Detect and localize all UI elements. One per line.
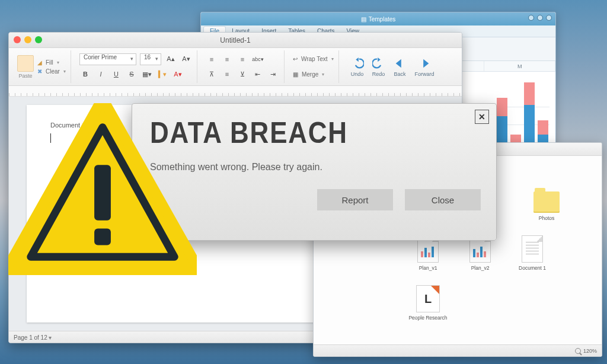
file-item-folder[interactable]: Photos: [527, 191, 566, 221]
font-size-select[interactable]: 16: [140, 53, 161, 65]
align-right-icon[interactable]: ≡: [237, 53, 248, 65]
close-button[interactable]: Close: [405, 189, 481, 210]
ribbon-group-clipboard: Paste ◢Fill▾ ✖Clear▾: [12, 50, 71, 83]
close-button[interactable]: [14, 36, 21, 43]
font-color-button[interactable]: A▾: [172, 68, 184, 80]
align-left-icon[interactable]: ≡: [206, 53, 218, 65]
undo-button[interactable]: Undo: [347, 57, 368, 77]
clear-label[interactable]: Clear: [46, 68, 60, 75]
abc-button[interactable]: abc▾: [252, 53, 264, 65]
zoom-level[interactable]: 120%: [583, 348, 597, 354]
col-header[interactable]: M: [484, 61, 555, 71]
l-doc-icon: L: [416, 285, 440, 312]
close-button[interactable]: [546, 15, 552, 21]
grow-font-icon[interactable]: A▴: [165, 53, 177, 65]
file-label: Photos: [539, 215, 554, 221]
shrink-font-icon[interactable]: A▾: [180, 53, 192, 65]
highlight-button[interactable]: ▍▾: [156, 68, 168, 80]
file-label: People Research: [408, 315, 447, 321]
alert-message: Something went wrong. Please try again.: [150, 162, 481, 173]
valign-bot-icon[interactable]: ⊻: [237, 68, 248, 80]
font-name-select[interactable]: Corier Prime: [79, 53, 136, 65]
back-button[interactable]: Back: [390, 57, 410, 77]
paste-label: Paste: [18, 73, 32, 79]
indent-out-icon[interactable]: ⇤: [252, 68, 264, 80]
text-cursor: [50, 133, 51, 143]
clear-icon[interactable]: ✖: [37, 68, 42, 75]
spreadsheet-title: Templates: [369, 16, 396, 23]
maximize-button[interactable]: [537, 15, 543, 21]
alert-title: DATA BREACH: [150, 116, 441, 150]
ribbon-group-paragraph: ≡ ≡ ≡ abc▾ ⊼ ≡ ⊻ ⇤ ⇥: [201, 50, 285, 83]
indent-in-icon[interactable]: ⇥: [267, 68, 279, 80]
template-icon: ▤: [361, 16, 366, 23]
text-doc-icon: [522, 235, 543, 263]
file-item-text[interactable]: Document 1: [513, 235, 552, 271]
redo-button[interactable]: Redo: [369, 57, 389, 77]
ruler[interactable]: [9, 86, 462, 97]
report-button[interactable]: Report: [317, 189, 393, 210]
border-button[interactable]: ▦▾: [141, 68, 153, 80]
strike-button[interactable]: S: [126, 68, 138, 80]
zoom-icon[interactable]: [575, 348, 581, 354]
page-indicator[interactable]: Page 1 of 12: [14, 334, 52, 341]
align-center-icon[interactable]: ≡: [221, 53, 233, 65]
valign-mid-icon[interactable]: ≡: [221, 68, 233, 80]
wrap-icon[interactable]: ↩: [293, 56, 298, 62]
file-label: Plan_v2: [471, 265, 490, 271]
ribbon-group-wrap: ↩Wrap Text▾ ▦Merge▾: [288, 50, 339, 83]
file-label: Plan_v1: [419, 265, 437, 271]
close-icon[interactable]: ✕: [475, 110, 489, 124]
ribbon-group-nav: Undo Redo Back Forward: [343, 50, 443, 83]
fill-label[interactable]: Fill: [46, 59, 53, 66]
file-browser-statusbar: 120%: [314, 344, 602, 356]
zoom-button[interactable]: [35, 36, 42, 43]
document-titlebar[interactable]: Untitled-1: [9, 33, 462, 48]
fill-icon[interactable]: ◢: [37, 59, 42, 66]
merge-label[interactable]: Merge: [302, 71, 318, 78]
file-item-research[interactable]: L People Research: [408, 285, 448, 321]
wrap-label[interactable]: Wrap Text: [301, 56, 328, 62]
underline-button[interactable]: U: [110, 68, 122, 80]
bold-button[interactable]: B: [79, 68, 91, 80]
forward-button[interactable]: Forward: [411, 57, 438, 77]
alert-dialog: ✕ DATA BREACH Something went wrong. Plea…: [132, 103, 497, 241]
document-title: Untitled-1: [220, 36, 250, 44]
file-label: Document 1: [519, 265, 546, 271]
merge-icon[interactable]: ▦: [293, 71, 298, 78]
folder-icon: [533, 191, 560, 213]
minimize-button[interactable]: [24, 36, 31, 43]
file-item-chart[interactable]: Plan_v2: [461, 235, 500, 271]
italic-button[interactable]: I: [95, 68, 107, 80]
ribbon: Paste ◢Fill▾ ✖Clear▾ Corier Prime 16 A▴ …: [9, 48, 462, 86]
valign-top-icon[interactable]: ⊼: [206, 68, 218, 80]
minimize-button[interactable]: [528, 15, 534, 21]
paste-icon[interactable]: [17, 55, 34, 72]
ribbon-group-font: Corier Prime 16 A▴ A▾ B I U S ▦▾ ▍▾ A▾: [75, 50, 197, 83]
spreadsheet-titlebar[interactable]: ▤ Templates: [201, 12, 555, 25]
file-item-chart[interactable]: Plan_v1: [408, 235, 448, 271]
